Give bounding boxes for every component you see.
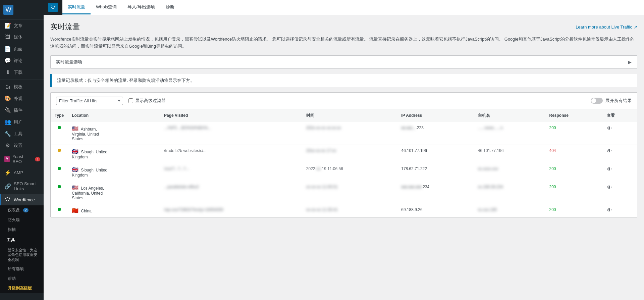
response-code: 200	[549, 207, 556, 212]
tab-live-traffic[interactable]: 实时流量	[62, 1, 91, 14]
status-dot-green	[58, 185, 61, 188]
flag-us: 🇺🇸	[72, 126, 78, 132]
advanced-filter-text: 显示高级过滤器	[135, 98, 166, 104]
hostname-cell: 46.101.77.196	[474, 145, 545, 163]
status-dot-green	[58, 208, 61, 211]
sidebar-item-templates[interactable]: 🗂 模板	[0, 81, 44, 93]
sidebar-sub-scan-label: 扫描	[8, 227, 16, 233]
type-cell	[51, 163, 68, 181]
sidebar-tool-help[interactable]: 帮助	[3, 274, 44, 284]
sidebar-item-label: 插件	[14, 107, 22, 113]
sidebar-tool-upgrade[interactable]: 升级到高级版	[3, 284, 44, 293]
eye-icon[interactable]: 👁	[607, 207, 612, 213]
sidebar-item-label: 评论	[14, 58, 22, 64]
sidebar-item-tools[interactable]: 🔧 工具	[0, 128, 44, 140]
advanced-filter-checkbox[interactable]	[128, 98, 133, 103]
sidebar-sub-scan[interactable]: 扫描	[3, 225, 44, 235]
sidebar-tool-login-security[interactable]: 登录安全性：为这些角色启用双重安全机制	[3, 246, 44, 264]
type-cell	[51, 145, 68, 163]
view-cell[interactable]: 👁	[603, 145, 637, 163]
tab-diagnose[interactable]: 诊断	[160, 1, 180, 14]
advanced-filter-label[interactable]: 显示高级过滤器	[128, 98, 166, 104]
tools-icon: 🔧	[4, 131, 11, 137]
sidebar-item-label: 文章	[14, 23, 22, 29]
col-type: Type	[51, 109, 68, 122]
tab-whois[interactable]: Whois查询	[91, 1, 122, 14]
learn-more-text: Learn more about Live Traffic	[576, 24, 632, 30]
time-text: xx-xx-xx 11:35:41	[306, 207, 338, 212]
col-time: 时间	[302, 109, 397, 122]
eye-icon[interactable]: 👁	[607, 148, 612, 154]
type-cell	[51, 181, 68, 204]
eye-icon[interactable]: 👁	[607, 126, 612, 131]
location-cell: 🇺🇸 Ashburn,Virginia, UnitedStates	[68, 122, 160, 145]
options-panel[interactable]: 实时流量选项 ▶	[50, 55, 637, 69]
time-text: 202x-xx-xx xx:xx:xx	[306, 126, 341, 130]
table-row: 🇺🇸 Los Angeles,California, UnitedStates …	[51, 181, 637, 204]
view-cell[interactable]: 👁	[603, 204, 637, 217]
table-row: 🇬🇧 Slough, UnitedKingdom /xxx/?...?...?.…	[51, 163, 637, 181]
learn-more-link[interactable]: Learn more about Live Traffic ↗	[576, 24, 637, 30]
sidebar-item-comments[interactable]: 💬 评论	[0, 55, 44, 66]
tabs-bar: 🛡 实时流量 Whois查询 导入/导出选项 诊断	[44, 0, 644, 15]
settings-icon: ⚙	[4, 142, 11, 149]
yoast-badge: 1	[35, 157, 40, 161]
sidebar-item-downloads[interactable]: ⬇ 下载	[0, 66, 44, 78]
hostname-cell: xx.199.39.234	[474, 181, 545, 204]
hostname-cell: xx.xxxx.xxx	[474, 163, 545, 181]
chevron-right-icon: ▶	[628, 59, 632, 65]
sidebar-item-plugins[interactable]: 🔌 插件	[0, 104, 44, 116]
sidebar-item-label: Yoast SEO	[12, 154, 32, 164]
sidebar-item-yoast[interactable]: Y Yoast SEO 1	[0, 151, 44, 167]
flag-us-2: 🇺🇸	[72, 185, 78, 191]
view-cell[interactable]: 👁	[603, 163, 637, 181]
sidebar-sub-dashboard[interactable]: 仪表盘 2	[3, 205, 44, 215]
tab-import-export[interactable]: 导入/导出选项	[122, 1, 160, 14]
sidebar-item-appearance[interactable]: 🎨 外观	[0, 93, 44, 104]
sidebar-tool-all-options[interactable]: 所有选项	[3, 264, 44, 274]
eye-icon[interactable]: 👁	[607, 166, 612, 172]
help-label: 帮助	[8, 276, 16, 282]
ip-cell: 46.101.77.196	[397, 145, 474, 163]
sidebar-item-amp[interactable]: ⚡ AMP	[0, 167, 44, 179]
pages-icon: 📄	[4, 46, 11, 52]
page-header: 实时流量 Learn more about Live Traffic ↗	[50, 22, 637, 32]
page-visited-cell: /trade b2b websites/s/...	[160, 145, 302, 163]
hostname-cell: xx.xxx.195	[474, 204, 545, 217]
ip-text-suffix: .223	[416, 126, 424, 130]
table-header: Type Location Page Visited 时间 IP Address…	[51, 109, 637, 122]
ip-text: 46.101.77.196	[401, 148, 427, 153]
ip-cell: 69.188.9.26	[397, 204, 474, 217]
ip-text: 178.62.71.222	[401, 166, 427, 171]
sidebar-item-wordfence[interactable]: 🛡 Wordfence	[0, 194, 44, 205]
ip-text: xx.xxx...	[401, 126, 416, 130]
view-cell[interactable]: 👁	[603, 181, 637, 204]
login-security-label: 登录安全性：为这些角色启用双重安全机制	[8, 248, 40, 262]
media-icon: 🖼	[4, 34, 11, 40]
time-cell: xx-xx-xx 11:05:51	[302, 181, 397, 204]
expand-all-toggle[interactable]	[591, 98, 603, 104]
sidebar-sub-firewall[interactable]: 防火墙	[3, 215, 44, 225]
page-visited-cell: ...parallelsite-effect/	[160, 181, 302, 204]
traffic-filter-select[interactable]: Filter Traffic: All Hits	[56, 97, 123, 105]
posts-icon: 📝	[4, 22, 11, 29]
amp-icon: ⚡	[4, 169, 11, 176]
table-row: 🇨🇳 China /wp-xxx/?2863/?tmsty=16954059 x…	[51, 204, 637, 217]
sidebar-item-pages[interactable]: 📄 页面	[0, 43, 44, 55]
traffic-container: Filter Traffic: All Hits 显示高级过滤器 展开所有结果 …	[50, 92, 637, 217]
sidebar-sub-firewall-label: 防火墙	[8, 217, 20, 223]
page-title: 实时流量	[50, 22, 80, 32]
sidebar-item-media[interactable]: 🖼 媒体	[0, 32, 44, 43]
sidebar-item-users[interactable]: 👥 用户	[0, 116, 44, 128]
downloads-icon: ⬇	[4, 69, 11, 76]
eye-icon[interactable]: 👁	[607, 185, 612, 190]
view-cell[interactable]: 👁	[603, 122, 637, 145]
time-text: 2022-xx-19 11:06:56	[306, 166, 343, 171]
sidebar-sub-dashboard-label: 仪表盘	[8, 207, 20, 213]
sidebar-item-seo-smart[interactable]: 🔗 SEO Smart Links	[0, 179, 44, 194]
sidebar-item-settings[interactable]: ⚙ 设置	[0, 140, 44, 151]
table-row: 🇺🇸 Ashburn,Virginia, UnitedStates .../%F…	[51, 122, 637, 145]
sidebar-item-posts[interactable]: 📝 文章	[0, 20, 44, 32]
response-code: 200	[549, 126, 556, 130]
sidebar-item-label: AMP	[14, 170, 23, 175]
